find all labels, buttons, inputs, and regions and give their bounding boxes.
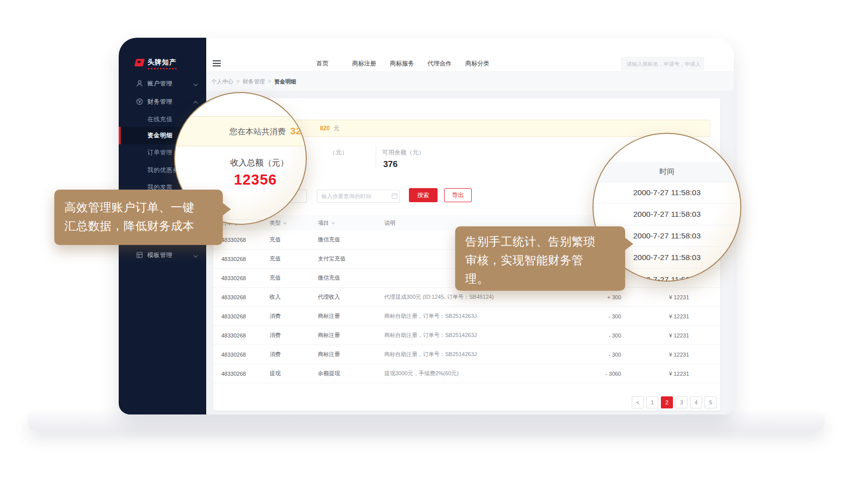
expense-label-fragment: （元）: [329, 148, 348, 157]
banner-unit: 元: [333, 125, 339, 131]
page-button-3[interactable]: 3: [675, 396, 688, 408]
finance-icon: [136, 98, 143, 106]
chevron-up-icon: [194, 101, 198, 105]
logo-icon: [134, 59, 145, 66]
chevron-down-icon: [194, 82, 198, 86]
callout-right-line1: 告别手工统计、告别繁琐: [465, 232, 625, 251]
nav-item-trademark-service[interactable]: 商标服务: [390, 59, 414, 68]
chevron-down-icon: [194, 254, 198, 258]
user-icon: [136, 80, 143, 88]
table-row: 48330268消费商标注册 商标自助注册，订单号：SB2514263J- 30…: [213, 345, 720, 364]
callout-arrow-icon: [222, 203, 231, 216]
callout-right-line2: 审核，实现智能财务管: [465, 251, 625, 270]
callout-right-line3: 理。: [465, 270, 625, 288]
page-button-4[interactable]: 4: [690, 396, 702, 408]
sidebar-item-account[interactable]: 账户管理: [119, 76, 206, 91]
active-indicator: [119, 127, 121, 144]
sidebar-item-finance[interactable]: 财务管理: [119, 94, 206, 109]
hamburger-icon[interactable]: [213, 60, 221, 66]
crumb-fund-details: 资金明细: [274, 78, 296, 86]
nav-item-trademark-category[interactable]: 商标分类: [465, 59, 489, 68]
banner-tail: 820 元: [320, 125, 339, 132]
laptop-base: [28, 412, 825, 432]
sidebar-item-templates[interactable]: 模板管理: [119, 247, 206, 263]
global-search-input[interactable]: [621, 57, 704, 70]
pagination: < 1 2 3 4 5: [632, 396, 717, 408]
balance-label: 可用余额（元）: [382, 148, 424, 157]
table-row: 48330268提现余额提现 提现3000元，手续费2%(60元)- 3060 …: [213, 364, 720, 383]
time-cell: 2000-7-27 11:58:03: [593, 204, 740, 225]
breadcrumb-separator: >: [268, 78, 271, 86]
page-button-2-active[interactable]: 2: [661, 396, 673, 408]
balance-value: 376: [383, 159, 397, 170]
breadcrumb-separator: >: [236, 78, 239, 86]
income-label: 收入总额（元）: [230, 157, 289, 169]
col-type[interactable]: 类型: [270, 219, 318, 227]
table-row: 48330268消费商标注册 商标自助注册，订单号：SB2514263J- 30…: [213, 307, 720, 326]
col-project[interactable]: 项目: [318, 219, 384, 227]
callout-left-line2: 汇总数据，降低财务成本: [64, 217, 223, 235]
top-nav: 首页 商标注册 商标服务 代理合作 商标分类: [206, 38, 734, 71]
page-button-5[interactable]: 5: [705, 396, 717, 408]
time-column-header: 时间: [593, 162, 740, 182]
table-row: 48330268消费商标注册 商标自助注册，订单号：SB2514263J- 30…: [213, 326, 720, 345]
income-value: 12356: [234, 172, 277, 188]
breadcrumb-band: 个人中心 > 财务管理 > 资金明细: [206, 71, 734, 91]
template-icon: [136, 251, 143, 259]
page-button-1[interactable]: 1: [646, 396, 658, 408]
callout-left-line1: 高效管理账户订单、一键: [64, 198, 223, 217]
magnified-banner: 您在本站共消费 32124 大: [174, 116, 307, 146]
page: 头牌知产 账户管理 财务管理 在线充值: [0, 0, 853, 504]
breadcrumb: 个人中心 > 财务管理 > 资金明细: [211, 78, 296, 86]
callout-right: 告别手工统计、告别繁琐 审核，实现智能财务管 理。: [455, 226, 625, 291]
logo-caption: [148, 68, 177, 69]
crumb-personal-center[interactable]: 个人中心: [211, 78, 233, 86]
sort-caret-icon: [283, 220, 287, 224]
time-input[interactable]: [317, 190, 400, 203]
page-prev-button[interactable]: <: [632, 396, 644, 408]
col-desc: 说明: [384, 219, 565, 227]
sort-caret-icon: [331, 220, 335, 224]
callout-left: 高效管理账户订单、一键 汇总数据，降低财务成本: [54, 190, 223, 245]
logo[interactable]: 头牌知产: [135, 58, 177, 67]
banner-tail-amount: 820: [320, 125, 330, 132]
nav-item-home[interactable]: 首页: [316, 59, 328, 68]
calendar-icon[interactable]: [392, 193, 397, 199]
nav-item-agency[interactable]: 代理合作: [428, 59, 452, 68]
logo-text: 头牌知产: [147, 58, 177, 67]
callout-arrow-icon: [625, 237, 633, 250]
banner-prefix: 您在本站共消费: [229, 127, 286, 137]
export-button[interactable]: 导出: [444, 188, 472, 202]
nav-item-trademark-register[interactable]: 商标注册: [352, 59, 376, 68]
crumb-finance[interactable]: 财务管理: [242, 78, 265, 86]
search-button[interactable]: 搜索: [409, 188, 438, 202]
stats-divider: [376, 146, 376, 169]
time-cell: 2000-7-27 11:58:03: [593, 182, 740, 204]
